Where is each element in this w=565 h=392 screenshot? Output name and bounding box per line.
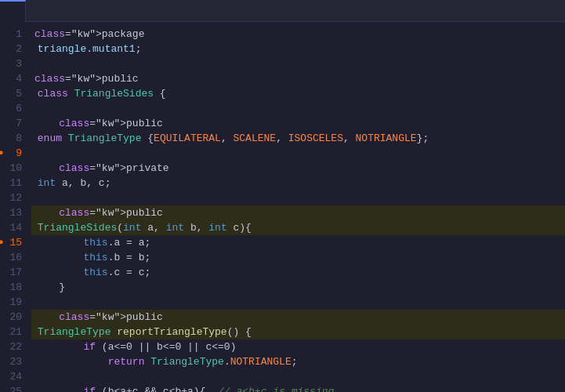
line-number: ●9 [0, 146, 28, 161]
code-line: class="kw">private int a, b, c; [31, 161, 565, 191]
line-number: ●15 [0, 235, 28, 250]
line-number: 4 [0, 71, 28, 86]
line-number: 7 [0, 116, 28, 131]
line-numbers: 12345678●91011121314●1516171819202122232… [0, 22, 28, 392]
code-line [31, 56, 565, 71]
line-number: 11 [0, 176, 28, 191]
code-line: if (b<a+c && c<b+a){ // a<b+c is missing [31, 384, 565, 392]
code-area: 12345678●91011121314●1516171819202122232… [0, 22, 565, 392]
tab-bar [0, 0, 565, 22]
code-line: this.b = b; [31, 250, 565, 265]
code-line: } [31, 280, 565, 295]
code-line: if (a<=0 || b<=0 || c<=0) [31, 339, 565, 354]
code-line [31, 295, 565, 310]
line-number: 13 [0, 205, 28, 220]
line-number: 18 [0, 280, 28, 295]
line-number: 8 [0, 131, 28, 146]
code-line [31, 101, 565, 116]
code-line: this.c = c; [31, 265, 565, 280]
line-number: 22 [0, 339, 28, 354]
line-number: 5 [0, 86, 28, 101]
code-line [31, 369, 565, 384]
code-editor: 12345678●91011121314●1516171819202122232… [0, 0, 565, 392]
line-number: 19 [0, 295, 28, 310]
line-number: 20 [0, 310, 28, 325]
line-number: 23 [0, 354, 28, 369]
line-number: 1 [0, 27, 28, 42]
line-number: 24 [0, 369, 28, 384]
line-number: 10 [0, 161, 28, 176]
code-content[interactable]: class="kw">package triangle.mutant1; cla… [28, 22, 565, 392]
code-line: this.a = a; [31, 235, 565, 250]
line-number: 6 [0, 101, 28, 116]
line-number: 3 [0, 56, 28, 71]
code-line [31, 146, 565, 161]
code-line [31, 191, 565, 205]
line-number: 25 [0, 384, 28, 392]
code-line: return TriangleType.NOTRIANGLE; [31, 354, 565, 369]
active-tab[interactable] [0, 0, 26, 22]
code-line: class="kw">public class TriangleSides { [31, 71, 565, 101]
line-number: 16 [0, 250, 28, 265]
code-line: class="kw">public TriangleType reportTri… [31, 310, 565, 339]
line-number: 21 [0, 325, 28, 339]
line-number: 17 [0, 265, 28, 280]
line-number: 12 [0, 191, 28, 205]
code-line: class="kw">public enum TriangleType {EQU… [31, 116, 565, 146]
line-number: 14 [0, 220, 28, 235]
line-number: 2 [0, 42, 28, 56]
code-line: class="kw">package triangle.mutant1; [31, 27, 565, 56]
code-line: class="kw">public TriangleSides(int a, i… [31, 205, 565, 235]
